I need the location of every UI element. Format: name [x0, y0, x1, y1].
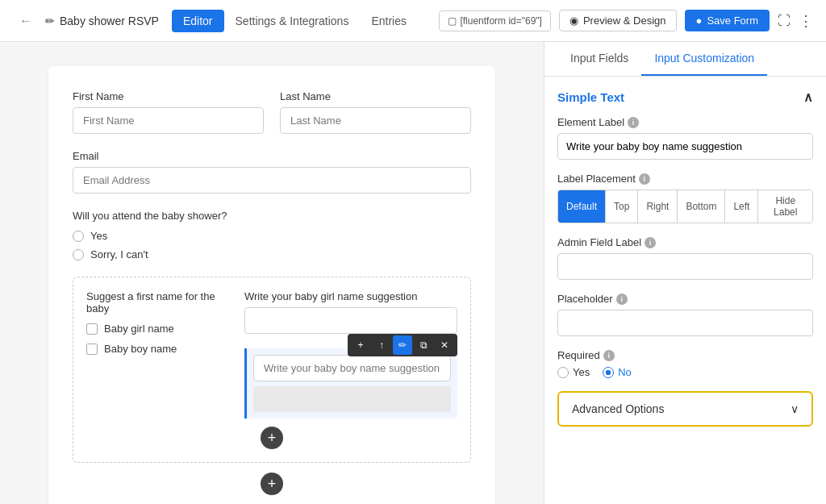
- toolbar-delete-button[interactable]: ✕: [435, 335, 454, 355]
- required-info-icon: i: [603, 350, 615, 361]
- section-collapse-icon[interactable]: ∧: [803, 90, 813, 105]
- add-nested-button[interactable]: +: [261, 427, 283, 449]
- text-input-column: Write your baby girl name suggestion + ↑…: [244, 290, 457, 419]
- last-name-input[interactable]: [280, 107, 471, 134]
- add-main-btn-wrapper: +: [73, 473, 471, 495]
- tab-input-customization[interactable]: Input Customization: [641, 42, 767, 76]
- advanced-options-button[interactable]: Advanced Options ∨: [557, 391, 813, 427]
- placement-top[interactable]: Top: [606, 190, 638, 223]
- right-panel-tabs: Input Fields Input Customization: [544, 42, 826, 77]
- label-placement-group: Label Placement i Default Top Right Bott…: [557, 173, 813, 223]
- attend-label: Will you attend the baby shower?: [73, 210, 471, 222]
- more-options-icon[interactable]: ⋮: [799, 12, 813, 30]
- boy-suggestion-input[interactable]: [253, 355, 451, 381]
- placement-options-group: Default Top Right Bottom Left Hide Label: [557, 190, 813, 223]
- label-placement-info-icon: i: [639, 173, 650, 185]
- placement-left[interactable]: Left: [725, 190, 758, 223]
- girl-suggestion-label: Write your baby girl name suggestion: [244, 290, 457, 302]
- toolbar-up-button[interactable]: ↑: [372, 335, 391, 355]
- boy-name-checkbox[interactable]: Baby boy name: [86, 343, 232, 355]
- attend-yes-radio: [73, 231, 84, 242]
- eye-icon: ◉: [569, 15, 578, 27]
- email-label: Email: [73, 150, 471, 162]
- advanced-options-chevron-icon: ∨: [791, 402, 799, 415]
- email-input[interactable]: [73, 167, 471, 194]
- form-icon: ▢: [448, 15, 457, 27]
- girl-suggestion-input[interactable]: [244, 307, 457, 334]
- advanced-options-label: Advanced Options: [572, 402, 664, 415]
- fluent-form-badge[interactable]: ▢ [fluentform id="69"]: [439, 10, 551, 31]
- right-panel: Input Fields Input Customization Simple …: [544, 42, 826, 504]
- first-name-input[interactable]: [73, 107, 264, 134]
- admin-field-label-group: Admin Field Label i: [557, 236, 813, 280]
- required-group: Required i Yes No: [557, 349, 813, 378]
- save-icon: ●: [696, 15, 703, 27]
- tab-entries[interactable]: Entries: [360, 10, 418, 32]
- name-row: First Name Last Name: [73, 90, 471, 134]
- form-preview-area: First Name Last Name Email Will you atte…: [0, 42, 544, 504]
- element-label-heading: Element Label i: [557, 116, 813, 128]
- tab-settings[interactable]: Settings & Integrations: [224, 10, 361, 32]
- first-name-label: First Name: [73, 90, 264, 102]
- boy-checkbox-box: [86, 344, 98, 355]
- right-panel-content: Simple Text ∧ Element Label i Label Plac…: [544, 77, 826, 504]
- required-yes-option[interactable]: Yes: [557, 366, 590, 378]
- girl-checkbox-box: [86, 323, 98, 335]
- placement-bottom[interactable]: Bottom: [678, 190, 725, 223]
- pencil-icon: ✏: [45, 15, 55, 27]
- attend-radio-group: Yes Sorry, I can't: [73, 230, 471, 260]
- active-field-placeholder: [253, 386, 451, 412]
- field-toolbar: + ↑ ✏ ⧉ ✕: [348, 334, 457, 356]
- placement-default[interactable]: Default: [558, 190, 606, 223]
- nested-row: Suggest a first name for the baby Baby g…: [86, 290, 457, 419]
- placeholder-info-icon: i: [616, 294, 628, 305]
- add-nested-btn-wrapper: +: [86, 427, 457, 449]
- main-layout: First Name Last Name Email Will you atte…: [0, 42, 826, 504]
- required-heading: Required i: [557, 349, 813, 361]
- placement-hide-label[interactable]: Hide Label: [758, 190, 812, 223]
- required-radio-row: Yes No: [557, 366, 813, 378]
- required-yes-radio: [557, 367, 569, 378]
- top-navigation: ← ✏ Baby shower RSVP Editor Settings & I…: [0, 0, 826, 42]
- attend-yes-option[interactable]: Yes: [73, 230, 471, 242]
- label-placement-heading: Label Placement i: [557, 173, 813, 185]
- placeholder-heading: Placeholder i: [557, 293, 813, 305]
- nested-name-section: Suggest a first name for the baby Baby g…: [73, 277, 471, 463]
- top-nav-right: ▢ [fluentform id="69"] ◉ Preview & Desig…: [439, 10, 813, 31]
- first-name-field: First Name: [73, 90, 264, 134]
- save-form-button[interactable]: ● Save Form: [685, 10, 770, 31]
- form-container: First Name Last Name Email Will you atte…: [48, 66, 495, 504]
- attend-no-option[interactable]: Sorry, I can't: [73, 248, 471, 260]
- tab-input-fields[interactable]: Input Fields: [557, 42, 641, 76]
- girl-name-checkbox[interactable]: Baby girl name: [86, 323, 232, 335]
- page-title-area: ✏ Baby shower RSVP: [45, 15, 159, 27]
- submit-wrapper: Submit Form: [73, 495, 471, 504]
- checkbox-column: Suggest a first name for the baby Baby g…: [86, 290, 232, 419]
- last-name-field: Last Name: [280, 90, 471, 134]
- boy-suggestion-active-field: + ↑ ✏ ⧉ ✕: [244, 348, 457, 419]
- admin-field-label-input[interactable]: [557, 253, 813, 280]
- admin-field-label-info-icon: i: [645, 237, 656, 248]
- toolbar-edit-button[interactable]: ✏: [393, 335, 412, 355]
- placeholder-input[interactable]: [557, 310, 813, 336]
- back-button[interactable]: ←: [13, 10, 39, 31]
- page-title: Baby shower RSVP: [60, 15, 159, 27]
- required-no-radio: [603, 367, 614, 378]
- attend-field: Will you attend the baby shower? Yes Sor…: [73, 210, 471, 260]
- tab-editor[interactable]: Editor: [172, 10, 224, 32]
- simple-text-section: Simple Text ∧: [557, 90, 813, 105]
- add-main-button[interactable]: +: [261, 473, 283, 495]
- required-no-option[interactable]: No: [603, 366, 632, 378]
- attend-no-radio: [73, 249, 84, 260]
- suggest-label: Suggest a first name for the baby: [86, 290, 232, 314]
- fluent-badge-text: [fluentform id="69"]: [460, 15, 542, 27]
- last-name-label: Last Name: [280, 90, 471, 102]
- toolbar-copy-button[interactable]: ⧉: [414, 335, 433, 355]
- toolbar-add-button[interactable]: +: [351, 335, 370, 355]
- preview-design-button[interactable]: ◉ Preview & Design: [559, 10, 677, 31]
- element-label-group: Element Label i: [557, 116, 813, 160]
- placement-right[interactable]: Right: [638, 190, 678, 223]
- element-label-input[interactable]: [557, 133, 813, 160]
- nav-tabs: Editor Settings & Integrations Entries: [172, 10, 418, 32]
- expand-icon[interactable]: ⛶: [778, 14, 791, 28]
